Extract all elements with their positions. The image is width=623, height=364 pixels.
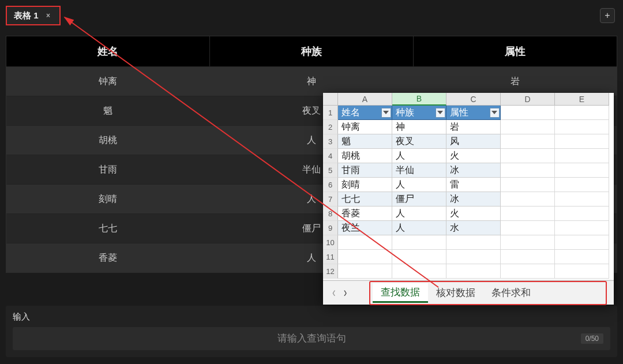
excel-cell[interactable] [555, 192, 609, 207]
excel-rownum[interactable]: 1 [323, 106, 338, 120]
excel-cell[interactable] [555, 221, 609, 235]
excel-cell[interactable]: 冰 [446, 192, 501, 207]
excel-cell[interactable] [501, 178, 555, 192]
excel-cell[interactable]: 人 [392, 178, 446, 192]
excel-cell[interactable]: 夜叉 [392, 134, 446, 149]
excel-cell[interactable]: 香菱 [338, 207, 392, 221]
excel-cell[interactable]: 魈 [338, 134, 392, 149]
table-cell: 钟离 [6, 67, 210, 96]
excel-rownum[interactable]: 10 [323, 235, 338, 250]
sheet-tab[interactable]: 条件求和 [483, 284, 539, 302]
excel-cell[interactable]: 水 [446, 221, 501, 235]
excel-cell[interactable] [555, 250, 609, 264]
excel-col-header[interactable]: B [392, 93, 446, 106]
excel-col-header[interactable]: E [555, 93, 609, 106]
column-header: 姓名 [6, 36, 210, 66]
table-cell: 七七 [6, 214, 210, 243]
excel-cell[interactable]: 岩 [446, 120, 501, 134]
excel-row: 3魈夜叉风 [323, 134, 614, 149]
excel-row: 12 [323, 264, 614, 279]
close-icon[interactable]: × [44, 12, 52, 20]
excel-cell[interactable] [501, 163, 555, 178]
excel-col-header[interactable]: C [446, 93, 501, 106]
excel-cell[interactable]: 属性 [446, 106, 501, 120]
excel-cell[interactable] [392, 235, 446, 250]
excel-rownum[interactable]: 6 [323, 178, 338, 192]
excel-cell[interactable] [555, 149, 609, 163]
sheet-tab[interactable]: 核对数据 [428, 284, 483, 302]
excel-cell[interactable]: 甘雨 [338, 163, 392, 178]
excel-cell[interactable] [501, 207, 555, 221]
table-cell: 香菱 [6, 243, 210, 272]
excel-rownum[interactable]: 8 [323, 207, 338, 221]
sheet-tab[interactable]: 查找数据 [373, 283, 428, 303]
excel-cell[interactable]: 雷 [446, 178, 501, 192]
excel-cell[interactable]: 冰 [446, 163, 501, 178]
query-input[interactable] [13, 333, 610, 344]
excel-cell[interactable] [501, 235, 555, 250]
excel-cell[interactable]: 人 [392, 207, 446, 221]
excel-cell[interactable] [555, 106, 609, 120]
excel-cell[interactable]: 种族 [392, 106, 446, 120]
excel-select-all-corner[interactable] [323, 93, 338, 106]
table-cell: 胡桃 [6, 126, 210, 155]
excel-cell[interactable] [392, 264, 446, 279]
tab-label: 表格 1 [14, 10, 39, 21]
excel-cell[interactable]: 火 [446, 207, 501, 221]
excel-rownum[interactable]: 11 [323, 250, 338, 264]
excel-cell[interactable] [446, 235, 501, 250]
excel-rownum[interactable]: 7 [323, 192, 338, 207]
tab-active[interactable]: 表格 1 × [6, 6, 61, 25]
excel-cell[interactable] [555, 207, 609, 221]
excel-cell[interactable] [501, 221, 555, 235]
excel-cell[interactable] [555, 134, 609, 149]
excel-cell[interactable]: 风 [446, 134, 501, 149]
excel-cell[interactable]: 姓名 [338, 106, 392, 120]
excel-cell[interactable]: 刻晴 [338, 178, 392, 192]
excel-cell[interactable]: 火 [446, 149, 501, 163]
excel-cell[interactable]: 夜兰 [338, 221, 392, 235]
excel-cell[interactable] [501, 192, 555, 207]
excel-cell[interactable]: 胡桃 [338, 149, 392, 163]
excel-cell[interactable] [338, 235, 392, 250]
excel-rownum[interactable]: 4 [323, 149, 338, 163]
excel-rownum[interactable]: 9 [323, 221, 338, 235]
excel-col-header[interactable]: A [338, 93, 392, 106]
excel-rownum[interactable]: 3 [323, 134, 338, 149]
excel-cell[interactable] [501, 149, 555, 163]
excel-cell[interactable] [446, 264, 501, 279]
excel-cell[interactable] [392, 250, 446, 264]
excel-cell[interactable]: 钟离 [338, 120, 392, 134]
excel-rownum[interactable]: 2 [323, 120, 338, 134]
excel-footer: ‹ › 查找数据核对数据条件求和 [323, 280, 614, 305]
excel-cell[interactable] [338, 250, 392, 264]
excel-cell[interactable]: 僵尸 [392, 192, 446, 207]
excel-col-header[interactable]: D [501, 93, 555, 106]
excel-row: 4胡桃人火 [323, 149, 614, 163]
sheet-nav-prev-icon[interactable]: ‹ [332, 285, 336, 301]
excel-rownum[interactable]: 12 [323, 264, 338, 279]
table-row[interactable]: 钟离神岩 [6, 66, 617, 96]
excel-cell[interactable] [501, 106, 555, 120]
excel-cell[interactable] [555, 120, 609, 134]
query-input-section: 输入 0/50 [6, 306, 617, 357]
excel-cell[interactable] [555, 163, 609, 178]
excel-cell[interactable] [501, 134, 555, 149]
excel-cell[interactable] [501, 120, 555, 134]
excel-cell[interactable]: 人 [392, 149, 446, 163]
excel-cell[interactable]: 七七 [338, 192, 392, 207]
excel-cell[interactable]: 人 [392, 221, 446, 235]
excel-cell[interactable] [446, 250, 501, 264]
sheet-nav-next-icon[interactable]: › [344, 285, 347, 301]
excel-cell[interactable] [501, 250, 555, 264]
add-tab-button[interactable]: + [600, 8, 615, 23]
excel-rownum[interactable]: 5 [323, 163, 338, 178]
excel-cell[interactable] [555, 264, 609, 279]
table-cell: 甘雨 [6, 155, 210, 184]
excel-cell[interactable]: 神 [392, 120, 446, 134]
excel-cell[interactable] [555, 235, 609, 250]
excel-cell[interactable] [338, 264, 392, 279]
excel-cell[interactable] [555, 178, 609, 192]
excel-cell[interactable] [501, 264, 555, 279]
excel-cell[interactable]: 半仙 [392, 163, 446, 178]
